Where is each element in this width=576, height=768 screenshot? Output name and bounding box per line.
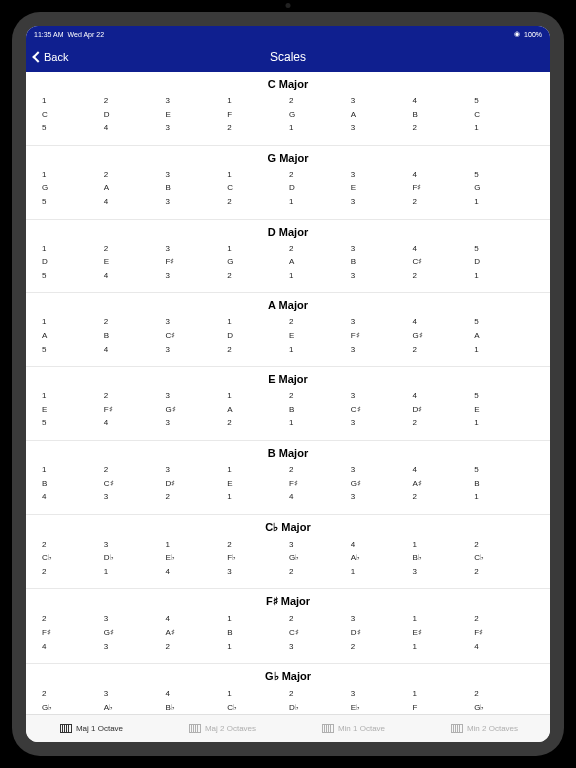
scale-cell: 1: [474, 269, 536, 283]
scale-cell: 2: [104, 463, 166, 477]
scale-cell: 5: [40, 121, 104, 135]
scale-cell: 2: [227, 538, 289, 552]
scale-cell: 3: [166, 269, 228, 283]
scale-cell: 1: [474, 121, 536, 135]
scale-cell: D: [474, 255, 536, 269]
scale-cell: E: [104, 255, 166, 269]
scale-cell: C♯: [351, 403, 413, 417]
scale-cell: 2: [413, 343, 475, 357]
device-camera: [286, 3, 291, 8]
tab-maj-1-octave[interactable]: Maj 1 Octave: [26, 724, 157, 733]
scale-cell: 2: [40, 538, 104, 552]
scale-title: C♭ Major: [40, 521, 536, 534]
scale-cell: C♯: [289, 626, 351, 640]
scale-cell: 4: [166, 565, 228, 579]
tab-maj-2-octaves[interactable]: Maj 2 Octaves: [157, 724, 288, 733]
scale-row: EF♯G♯ABC♯D♯E: [40, 403, 536, 417]
scale-block: G♭ Major23412312G♭A♭B♭C♭D♭E♭FG♭: [26, 664, 550, 714]
scale-cell: 2: [289, 242, 351, 256]
scale-cell: F♯: [40, 626, 104, 640]
scale-cell: 1: [227, 490, 289, 504]
scale-cell: 3: [166, 315, 228, 329]
scale-row: 12312345: [40, 168, 536, 182]
scale-cell: 2: [413, 195, 475, 209]
scale-cell: D♭: [289, 701, 351, 714]
scale-cell: C♯: [104, 477, 166, 491]
scale-cell: 1: [289, 121, 351, 135]
piano-icon: [451, 724, 463, 733]
scale-cell: 3: [104, 538, 166, 552]
scale-cell: 3: [289, 538, 351, 552]
scale-cell: 2: [474, 538, 536, 552]
scale-cell: G♯: [104, 626, 166, 640]
scale-cell: C♭: [227, 701, 289, 714]
scale-cell: 2: [474, 687, 536, 701]
scale-cell: 2: [104, 389, 166, 403]
scale-cell: 5: [474, 463, 536, 477]
scale-cell: A♭: [104, 701, 166, 714]
scale-cell: 2: [227, 343, 289, 357]
scale-cell: 2: [104, 242, 166, 256]
scale-cell: 1: [40, 168, 104, 182]
tab-min-1-octave[interactable]: Min 1 Octave: [288, 724, 419, 733]
tab-label: Min 1 Octave: [338, 724, 385, 733]
scale-cell: F♯: [104, 403, 166, 417]
scale-cell: 1: [413, 612, 475, 626]
scale-cell: 2: [413, 269, 475, 283]
scale-row: 12312345: [40, 389, 536, 403]
scale-cell: 4: [413, 463, 475, 477]
scale-cell: 4: [104, 343, 166, 357]
scale-row: 12312345: [40, 94, 536, 108]
scale-cell: 5: [40, 343, 104, 357]
scale-row: ABC♯DEF♯G♯A: [40, 329, 536, 343]
scale-cell: 1: [166, 538, 228, 552]
scales-list[interactable]: C Major12312345CDEFGABC54321321G Major12…: [26, 72, 550, 714]
scale-cell: 3: [166, 416, 228, 430]
scale-row: 54321321: [40, 269, 536, 283]
scale-cell: 3: [351, 687, 413, 701]
scale-cell: D♯: [351, 626, 413, 640]
scale-row: DEF♯GABC♯D: [40, 255, 536, 269]
scale-cell: 5: [474, 94, 536, 108]
scale-block: F♯ Major23412312F♯G♯A♯BC♯D♯E♯F♯43213214: [26, 589, 550, 664]
scale-cell: B: [40, 477, 104, 491]
scale-cell: 3: [351, 168, 413, 182]
scale-row: 12312345: [40, 242, 536, 256]
scale-cell: 3: [351, 416, 413, 430]
scale-cell: 2: [413, 121, 475, 135]
tab-label: Maj 1 Octave: [76, 724, 123, 733]
scale-cell: C♭: [474, 551, 536, 565]
scale-cell: C♯: [413, 255, 475, 269]
scale-cell: 2: [40, 687, 104, 701]
scale-cell: 2: [227, 195, 289, 209]
scale-cell: 1: [40, 242, 104, 256]
scale-cell: B: [227, 626, 289, 640]
scale-cell: G♯: [351, 477, 413, 491]
scale-row: GABCDEF♯G: [40, 181, 536, 195]
scale-cell: 1: [40, 94, 104, 108]
scale-cell: 3: [227, 565, 289, 579]
scale-cell: 2: [289, 612, 351, 626]
wifi-icon: ◉: [514, 30, 520, 38]
scale-cell: D: [289, 181, 351, 195]
bottom-tab-bar: Maj 1 OctaveMaj 2 OctavesMin 1 OctaveMin…: [26, 714, 550, 742]
scale-cell: F♯: [474, 626, 536, 640]
scale-row: 23123412: [40, 538, 536, 552]
scale-cell: 3: [166, 389, 228, 403]
scale-block: E Major12312345EF♯G♯ABC♯D♯E54321321: [26, 367, 550, 441]
scale-cell: 3: [351, 612, 413, 626]
device-frame: 11:35 AM Wed Apr 22 ◉ 100% Back Scales C…: [12, 12, 564, 756]
scale-cell: B: [351, 255, 413, 269]
scale-cell: 3: [351, 195, 413, 209]
scale-row: G♭A♭B♭C♭D♭E♭FG♭: [40, 701, 536, 714]
back-button[interactable]: Back: [34, 51, 68, 63]
scale-cell: 3: [104, 687, 166, 701]
scale-cell: 1: [474, 416, 536, 430]
scale-cell: 4: [351, 538, 413, 552]
piano-icon: [322, 724, 334, 733]
scale-block: B Major12312345BC♯D♯EF♯G♯A♯B43214321: [26, 441, 550, 515]
scale-cell: 1: [227, 463, 289, 477]
tab-min-2-octaves[interactable]: Min 2 Octaves: [419, 724, 550, 733]
scale-cell: 2: [289, 94, 351, 108]
scale-cell: 3: [351, 121, 413, 135]
